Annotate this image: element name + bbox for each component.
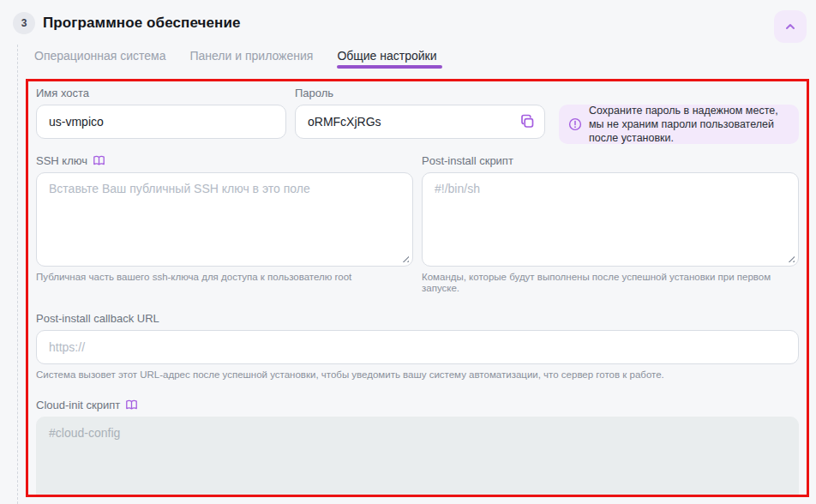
copy-icon <box>519 114 536 130</box>
info-circle-icon <box>568 117 582 131</box>
collapse-section-button[interactable] <box>774 10 807 43</box>
ssh-key-help: Публичная часть вашего ssh-ключа для дос… <box>36 272 413 283</box>
hostname-password-row: Имя хоста Пароль <box>36 87 799 144</box>
post-install-script-field-group: Post-install скрипт Команды, которые буд… <box>422 154 799 294</box>
tab-operating-system[interactable]: Операционная система <box>34 49 165 74</box>
software-section: 3 Программное обеспечение Операционная с… <box>0 0 816 504</box>
copy-password-button[interactable] <box>519 114 536 130</box>
post-install-script-help: Команды, которые будут выполнены после у… <box>422 272 799 294</box>
password-note: Сохраните пароль в надежном месте, мы не… <box>559 105 799 144</box>
callback-url-field-group: Post-install callback URL Система вызове… <box>36 312 799 381</box>
step-connector-line <box>17 45 18 504</box>
cloud-init-label: Cloud-init скрипт <box>36 399 120 411</box>
book-open-icon[interactable] <box>93 155 105 166</box>
password-label: Пароль <box>295 87 545 99</box>
book-open-icon[interactable] <box>125 399 138 411</box>
step-number-badge: 3 <box>13 12 35 34</box>
password-field-group: Пароль <box>295 87 545 144</box>
callback-url-input[interactable] <box>36 330 799 364</box>
hostname-field-group: Имя хоста <box>36 87 286 144</box>
section-header: 3 Программное обеспечение <box>0 0 816 34</box>
password-input[interactable] <box>295 105 545 139</box>
post-install-script-label: Post-install скрипт <box>422 154 799 167</box>
tab-bar: Операционная система Панели и приложения… <box>34 49 816 74</box>
hostname-label: Имя хоста <box>36 87 286 99</box>
tab-general-settings[interactable]: Общие настройки <box>337 49 436 74</box>
resize-handle[interactable] <box>786 495 795 497</box>
ssh-key-label: SSH ключ <box>36 154 87 167</box>
scripts-row: SSH ключ Публичная часть вашего ssh-ключ… <box>36 154 799 294</box>
section-title: Программное обеспечение <box>43 15 241 32</box>
cloud-init-textarea[interactable] <box>36 417 799 497</box>
post-install-script-textarea[interactable] <box>422 172 799 267</box>
callback-url-label: Post-install callback URL <box>36 312 799 325</box>
ssh-key-textarea[interactable] <box>36 172 413 267</box>
ssh-key-field-group: SSH ключ Публичная часть вашего ssh-ключ… <box>36 154 413 294</box>
tab-panels-apps[interactable]: Панели и приложения <box>189 49 313 74</box>
password-note-text: Сохраните пароль в надежном месте, мы не… <box>589 104 789 145</box>
general-settings-panel: Имя хоста Пароль <box>26 79 809 497</box>
callback-url-help: Система вызовет этот URL-адрес после усп… <box>36 369 799 381</box>
hostname-input[interactable] <box>36 105 286 139</box>
cloud-init-field-group: Cloud-init скрипт <box>36 399 799 497</box>
chevron-up-icon <box>783 20 797 33</box>
